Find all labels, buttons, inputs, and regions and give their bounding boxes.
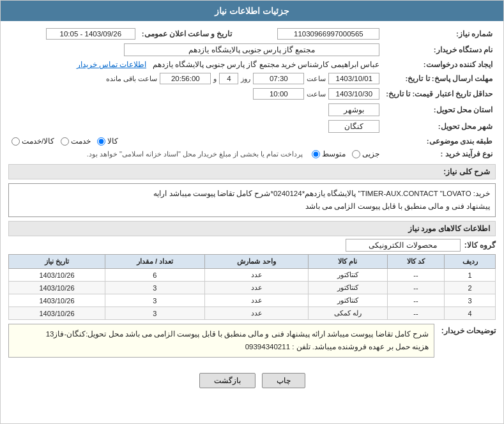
mohlat-value: 1403/10/01 ساعت 07:30 روز 4 و 20:56:00 س… — [8, 71, 383, 86]
radio-jozii-input[interactable] — [352, 150, 360, 158]
radio-khedmat: خدمت — [61, 137, 91, 146]
radio-khedmat-label: خدمت — [71, 137, 91, 146]
jadval-value: 1403/10/30 ساعت 10:00 — [8, 86, 383, 102]
col-vahed: واحد شمارش — [204, 255, 308, 269]
row-ijadKonande: ایجاد کننده درخواست: عباس ابراهیمی کارشن… — [8, 58, 496, 71]
radio-kala-input[interactable] — [97, 137, 105, 146]
radio-jozii: جزیی — [352, 149, 379, 158]
cell-tedad: 3 — [105, 307, 205, 320]
row-shomareNiaz: شماره نیاز: 11030966997000565 تاریخ و سا… — [8, 26, 496, 42]
cell-tarikh: 1403/10/26 — [9, 294, 105, 307]
mohlat-row: 1403/10/01 ساعت 07:30 روز 4 و 20:56:00 س… — [11, 73, 379, 84]
sharhKoli-line2: پیشنهاد فنی و مالی منطبق با قابل پیوست ا… — [14, 201, 490, 213]
row-tabaqe: طبقه بندی موضوعی: کالا/خدمت خدمت کالا — [8, 135, 496, 148]
infoSection-label: اطلاعات کالاهای مورد نیاز — [408, 224, 490, 233]
mohlat-saat-box: 07:30 — [253, 73, 304, 84]
info-table: شماره نیاز: 11030966997000565 تاریخ و سا… — [8, 26, 496, 160]
groupKala-label: گروه کالا: — [464, 241, 496, 250]
radio-kala-khedmat-input[interactable] — [11, 137, 20, 146]
ijadKonande-text: عباس ابراهیمی کارشناس خرید مجتمع گاز پار… — [153, 61, 380, 68]
namDastgah-box: مجتمع گاز پارس جنوبی پالایشگاه یازدهم — [124, 43, 379, 56]
notes-section: توضیحات خریدار: شرح کامل تقاضا پیوست میب… — [8, 324, 496, 363]
row-noeFarayand: نوع فرآیند خرید : متوسط جزیی — [8, 148, 496, 160]
radio-khedmat-input[interactable] — [61, 137, 69, 146]
noeFarayand-note: پرداخت تمام یا بخشی از مبلغ خریدار محل "… — [87, 150, 303, 158]
groupKala-row: گروه کالا: محصولات الکترونیکی — [8, 239, 496, 252]
jadval-row: 1403/10/30 ساعت 10:00 — [11, 88, 379, 100]
table-row: 1 -- کنتاکتور عدد 6 1403/10/26 — [9, 269, 496, 282]
sharhKoli-box: خرید: TIMER-AUX.CONTACT "LOVATO" پالایشگ… — [8, 183, 496, 217]
sharhKoli-label: شرح کلی نیاز: — [443, 167, 490, 176]
noeFarayand-label: نوع فرآیند خرید : — [383, 148, 496, 160]
col-radif: ردیف — [445, 255, 496, 269]
table-row: 2 -- کنتاکتور عدد 3 1403/10/26 — [9, 282, 496, 294]
notes-label: توضیحات خریدار: — [438, 324, 496, 335]
cell-vahed: عدد — [204, 307, 308, 320]
cell-kodKala: -- — [387, 269, 444, 282]
cell-radif: 3 — [445, 294, 496, 307]
tamas-link[interactable]: اطلاعات تماس خریدار — [77, 61, 146, 68]
col-tarikh: تاریخ نیاز — [9, 255, 105, 269]
items-table-head: ردیف کد کالا نام کالا واحد شمارش تعداد /… — [9, 255, 496, 269]
page-header: جزئیات اطلاعات نیاز — [1, 1, 503, 21]
notes-line1: شرح کامل تقاضا پیوست میباشد ارائه پیشنها… — [14, 328, 429, 341]
cell-namKala: رله کمکی — [309, 307, 388, 320]
cell-kodKala: -- — [387, 294, 444, 307]
ostan-value: بوشهر — [8, 102, 383, 118]
cell-tarikh: 1403/10/26 — [9, 307, 105, 320]
row-mohlat: مهلت ارسال پاسخ: تا تاریخ: 1403/10/01 سا… — [8, 71, 496, 86]
sharhKoli-section: شرح کلی نیاز: — [8, 164, 496, 179]
ijadKonande-label: ایجاد کننده درخواست: — [383, 58, 496, 71]
radio-kala-khedmat: کالا/خدمت — [11, 137, 54, 146]
jadval-label: حداقل تاریخ اعتبار قیمت: تا تاریخ: — [383, 86, 496, 102]
row-jadval: حداقل تاریخ اعتبار قیمت: تا تاریخ: 1403/… — [8, 86, 496, 102]
btn-bazgasht[interactable]: بازگشت — [199, 373, 256, 388]
cell-namKala: کنتاکتور — [309, 269, 388, 282]
cell-vahed: عدد — [204, 269, 308, 282]
shahr-box: کنگان — [328, 120, 379, 133]
row-namDastgah: نام دستگاه خریدار: مجتمع گاز پارس جنوبی … — [8, 42, 496, 58]
notes-box: شرح کامل تقاضا پیوست میباشد ارائه پیشنها… — [8, 324, 434, 358]
cell-vahed: عدد — [204, 282, 308, 294]
shahr-label: شهر محل تحویل: — [383, 118, 496, 135]
col-namKala: نام کالا — [309, 255, 388, 269]
jadval-date-box: 1403/10/30 — [328, 88, 379, 100]
mohlat-rooz-box: 4 — [219, 73, 238, 84]
items-table-body: 1 -- کنتاکتور عدد 6 1403/10/26 2 -- کنتا… — [9, 269, 496, 320]
ostan-box: بوشهر — [328, 103, 379, 116]
mohlat-label: مهلت ارسال پاسخ: تا تاریخ: — [383, 71, 496, 86]
groupKala-box: محصولات الکترونیکی — [346, 239, 461, 252]
radio-jozii-label: جزیی — [362, 149, 379, 158]
tarikh-value: 1403/09/26 - 10:05 — [8, 26, 139, 42]
radio-kala-khedmat-label: کالا/خدمت — [22, 137, 54, 146]
tarikh-label: تاریخ و ساعت اعلان عمومی: — [139, 26, 236, 42]
row-ostan: استان محل تحویل: بوشهر — [8, 102, 496, 118]
ijadKonande-value: عباس ابراهیمی کارشناس خرید مجتمع گاز پار… — [8, 58, 383, 71]
radio-motevaset: متوسط — [312, 149, 346, 158]
page-title: جزئیات اطلاعات نیاز — [215, 6, 289, 16]
col-kodKala: کد کالا — [387, 255, 444, 269]
tarikh-box: 1403/09/26 - 10:05 — [46, 28, 135, 40]
cell-radif: 2 — [445, 282, 496, 294]
mohlat-baqi-label: ساعت باقی مانده — [106, 75, 157, 83]
radio-motevaset-input[interactable] — [312, 150, 320, 158]
cell-tarikh: 1403/10/26 — [9, 282, 105, 294]
btn-chap[interactable]: چاپ — [262, 373, 305, 388]
cell-kodKala: -- — [387, 307, 444, 320]
farayand-radiogroup: متوسط جزیی — [312, 149, 379, 158]
shomareNiaz-value: 11030966997000565 — [235, 26, 383, 42]
shomareNiaz-label: شماره نیاز: — [383, 26, 496, 42]
tabaqe-label: طبقه بندی موضوعی: — [383, 135, 496, 148]
cell-tedad: 3 — [105, 282, 205, 294]
sharhKoli-line1: خرید: TIMER-AUX.CONTACT "LOVATO" پالایشگ… — [14, 188, 490, 201]
cell-tedad: 3 — [105, 294, 205, 307]
main-content: شماره نیاز: 11030966997000565 تاریخ و سا… — [1, 21, 503, 401]
button-row: چاپ بازگشت — [8, 368, 496, 396]
notes-line2: هزینه حمل بر عهده فروشنده میباشد. تلفن :… — [14, 341, 429, 354]
radio-kala: کالا — [97, 137, 118, 146]
cell-namKala: کنتاکتور — [309, 294, 388, 307]
cell-namKala: کنتاکتور — [309, 282, 388, 294]
cell-tedad: 6 — [105, 269, 205, 282]
namDastgah-label: نام دستگاه خریدار: — [383, 42, 496, 58]
noeFarayand-value: متوسط جزیی پرداخت تمام یا بخشی از مبلغ خ… — [8, 148, 383, 160]
